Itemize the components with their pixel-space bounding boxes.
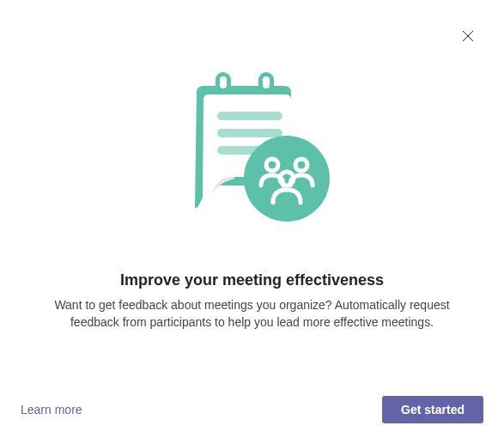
dialog-content: Improve your meeting effectiveness Want … (0, 0, 504, 331)
dialog-footer: Learn more Get started (21, 396, 483, 423)
svg-rect-3 (220, 76, 227, 88)
meeting-effectiveness-icon (162, 58, 343, 230)
close-button[interactable] (459, 27, 477, 45)
svg-rect-5 (263, 76, 270, 88)
get-started-button[interactable]: Get started (382, 396, 483, 423)
close-icon (462, 30, 474, 42)
svg-rect-7 (217, 129, 282, 137)
illustration (162, 58, 343, 230)
dialog-description: Want to get feedback about meetings you … (21, 296, 484, 331)
learn-more-link[interactable]: Learn more (21, 403, 82, 417)
dialog-heading: Improve your meeting effectiveness (120, 271, 384, 289)
svg-rect-6 (217, 112, 282, 120)
svg-point-9 (244, 136, 330, 222)
